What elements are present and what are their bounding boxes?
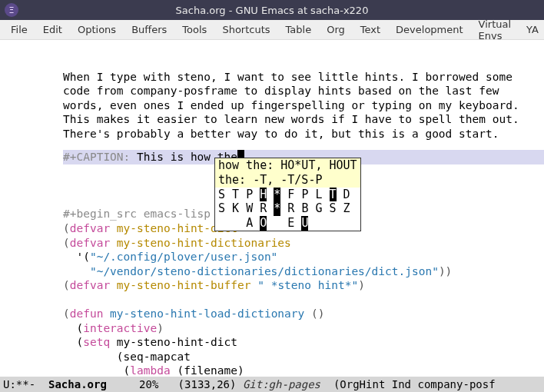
code-text: ( [63,364,130,377]
paren: ( [63,222,70,234]
modeline-filename: Sacha.org [48,378,107,390]
menu-org[interactable]: Org [319,24,353,35]
modeline-position: (3133,26) [178,378,243,390]
titlebar: Ξ Sacha.org - GNU Emacs at sacha-x220 [0,0,544,20]
keyword-setq: setq [83,336,110,348]
menu-development[interactable]: Development [388,24,471,35]
function-name: my-steno-hint-load-dictionary [103,307,311,320]
steno-star-active: * [274,188,280,202]
menu-virtual-envs[interactable]: Virtual Envs [471,18,519,42]
menu-edit[interactable]: Edit [35,24,70,35]
menu-buffers[interactable]: Buffers [124,24,174,35]
paren: ) [157,322,164,334]
code-text: (filename) [171,364,244,377]
var-name: my-steno-hint-buffer [110,279,257,291]
string-literal: "~/vendor/steno-dictionaries/dictionarie… [90,265,439,277]
steno-row: S K W R * R B G S Z [215,201,360,216]
modeline-status: U:**- [3,378,48,390]
paren: ( [63,307,70,320]
var-name: my-steno-hint-dict [110,336,237,348]
body-line: There's probably a better way to do it, … [63,128,499,140]
menu-shortcuts[interactable]: Shortcuts [214,24,277,35]
menu-tools[interactable]: Tools [174,24,214,35]
code-text [63,265,90,277]
modeline-percent: 20% [107,378,178,390]
body-line: This makes it easier to learn new words … [63,113,519,125]
paren: ) [358,279,365,291]
var-name: my-steno-hint-dictionaries [110,237,291,249]
modeline-modes: (OrgHint Ind company-posf [320,378,496,390]
hint-line: how the: HO*UT, HOUT [215,158,360,173]
begin-src: #+begin_src emacs-lisp [63,208,211,220]
steno-row: S T P H * F P L T D [215,188,360,202]
modeline: U:**- Sacha.org 20% (3133,26) Git:gh-pag… [0,377,544,392]
menu-options[interactable]: Options [70,24,124,35]
steno-key-active: O [260,216,267,231]
steno-key-active: U [301,216,308,231]
keyword-defvar: defvar [70,222,110,234]
menu-table[interactable]: Table [278,24,320,35]
code-text: (seq-mapcat [63,350,191,363]
paren: ( [63,237,70,249]
body-line: code from company-posframe to display hi… [63,85,499,97]
hint-line: the: -T, -T/S-P [215,173,360,188]
steno-key-active: H [260,188,267,202]
string-literal: " *steno hint*" [257,279,358,291]
modeline-vc: Git:gh-pages [243,378,320,390]
keyword-interactive: interactive [83,322,157,334]
caption-keyword: #+CAPTION: [63,151,130,163]
body-line: When I type with steno, I want to see li… [63,71,512,83]
keyword-defvar: defvar [70,237,110,249]
menu-ya[interactable]: YA [519,24,544,35]
code-text: ( [63,322,83,334]
window-title: Sacha.org - GNU Emacs at sacha-x220 [25,5,539,16]
keyword-defvar: defvar [70,279,110,291]
code-text: '( [63,251,90,263]
paren: () [311,307,324,320]
steno-key-active: T [330,188,337,202]
menu-text[interactable]: Text [353,24,388,35]
string-literal: "~/.config/plover/user.json" [90,251,277,263]
steno-star-active: * [274,201,280,216]
paren: )) [439,265,452,277]
body-line: words, even ones I ended up fingerspelli… [63,99,519,111]
code-text: ( [63,336,83,348]
menu-file[interactable]: File [3,24,35,35]
keyword-lambda: lambda [130,364,170,377]
emacs-icon: Ξ [5,3,18,17]
steno-hint-popup: how the: HO*UT, HOUT the: -T, -T/S-P S T… [214,158,361,231]
steno-row-vowels: A O E U [215,216,360,231]
keyword-defun: defun [70,307,104,320]
paren: ( [63,279,70,291]
menubar: File Edit Options Buffers Tools Shortcut… [0,20,544,40]
